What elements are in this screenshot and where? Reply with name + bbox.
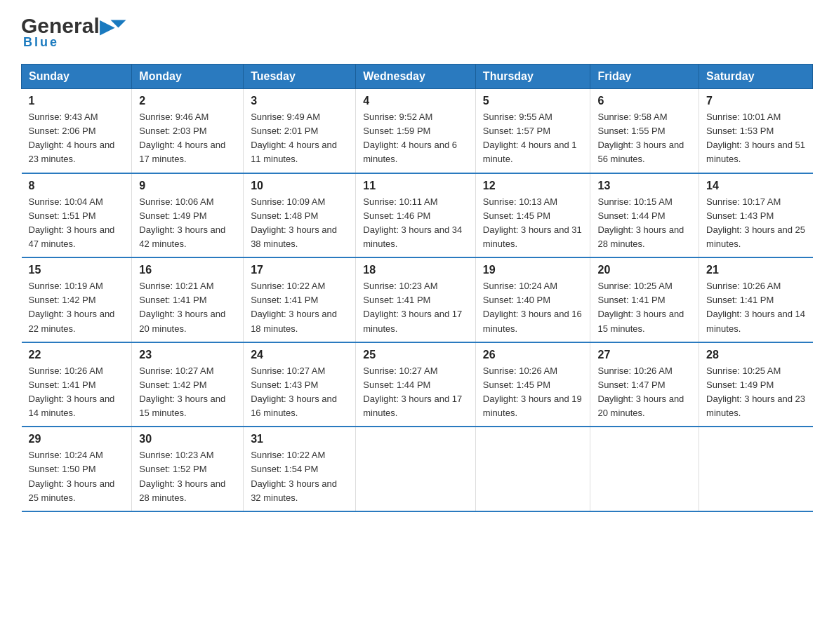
day-info: Sunrise: 10:15 AMSunset: 1:44 PMDaylight…	[597, 195, 691, 252]
day-number: 13	[597, 180, 691, 192]
logo-text: General▶	[21, 14, 114, 38]
day-number: 17	[251, 264, 348, 276]
calendar-cell: 27Sunrise: 10:26 AMSunset: 1:47 PMDaylig…	[590, 342, 699, 427]
day-number: 30	[139, 433, 236, 445]
day-info: Sunrise: 9:55 AMSunset: 1:57 PMDaylight:…	[483, 110, 583, 167]
day-number: 31	[251, 433, 348, 445]
day-number: 6	[597, 95, 691, 107]
day-info: Sunrise: 10:13 AMSunset: 1:45 PMDaylight…	[483, 195, 583, 252]
day-info: Sunrise: 10:26 AMSunset: 1:47 PMDaylight…	[597, 364, 691, 421]
day-info: Sunrise: 10:25 AMSunset: 1:49 PMDaylight…	[706, 364, 805, 421]
calendar-cell: 6Sunrise: 9:58 AMSunset: 1:55 PMDaylight…	[590, 89, 699, 173]
day-info: Sunrise: 9:46 AMSunset: 2:03 PMDaylight:…	[139, 110, 236, 167]
calendar-cell: 4Sunrise: 9:52 AMSunset: 1:59 PMDaylight…	[356, 89, 476, 173]
day-info: Sunrise: 9:52 AMSunset: 1:59 PMDaylight:…	[363, 110, 468, 167]
calendar-cell: 19Sunrise: 10:24 AMSunset: 1:40 PMDaylig…	[475, 257, 590, 342]
calendar-cell: 12Sunrise: 10:13 AMSunset: 1:45 PMDaylig…	[475, 173, 590, 258]
calendar-week-row: 15Sunrise: 10:19 AMSunset: 1:42 PMDaylig…	[22, 257, 813, 342]
day-number: 3	[251, 95, 348, 107]
calendar-cell: 25Sunrise: 10:27 AMSunset: 1:44 PMDaylig…	[356, 342, 476, 427]
calendar-cell: 11Sunrise: 10:11 AMSunset: 1:46 PMDaylig…	[356, 173, 476, 258]
weekday-header-sunday: Sunday	[22, 65, 132, 89]
day-number: 29	[29, 433, 125, 445]
weekday-header-monday: Monday	[132, 65, 244, 89]
day-info: Sunrise: 10:23 AMSunset: 1:41 PMDaylight…	[363, 279, 468, 336]
calendar-cell	[699, 427, 813, 511]
day-number: 8	[29, 180, 125, 192]
day-info: Sunrise: 10:09 AMSunset: 1:48 PMDaylight…	[251, 195, 348, 252]
calendar-week-row: 29Sunrise: 10:24 AMSunset: 1:50 PMDaylig…	[22, 427, 813, 511]
calendar-cell: 1Sunrise: 9:43 AMSunset: 2:06 PMDaylight…	[22, 89, 132, 173]
day-number: 22	[29, 349, 125, 361]
day-number: 27	[597, 349, 691, 361]
day-number: 5	[483, 95, 583, 107]
day-info: Sunrise: 9:49 AMSunset: 2:01 PMDaylight:…	[251, 110, 348, 167]
calendar-cell: 13Sunrise: 10:15 AMSunset: 1:44 PMDaylig…	[590, 173, 699, 258]
weekday-header-thursday: Thursday	[475, 65, 590, 89]
day-info: Sunrise: 10:17 AMSunset: 1:43 PMDaylight…	[706, 195, 805, 252]
day-info: Sunrise: 10:26 AMSunset: 1:41 PMDaylight…	[29, 364, 125, 421]
day-info: Sunrise: 10:25 AMSunset: 1:41 PMDaylight…	[597, 279, 691, 336]
day-info: Sunrise: 10:22 AMSunset: 1:54 PMDaylight…	[251, 448, 348, 505]
calendar-table: SundayMondayTuesdayWednesdayThursdayFrid…	[21, 64, 813, 512]
weekday-header-tuesday: Tuesday	[244, 65, 356, 89]
day-info: Sunrise: 10:21 AMSunset: 1:41 PMDaylight…	[139, 279, 236, 336]
day-number: 10	[251, 180, 348, 192]
day-info: Sunrise: 10:26 AMSunset: 1:41 PMDaylight…	[706, 279, 805, 336]
day-info: Sunrise: 10:23 AMSunset: 1:52 PMDaylight…	[139, 448, 236, 505]
day-number: 21	[706, 264, 805, 276]
day-number: 26	[483, 349, 583, 361]
day-info: Sunrise: 10:19 AMSunset: 1:42 PMDaylight…	[29, 279, 125, 336]
calendar-cell: 8Sunrise: 10:04 AMSunset: 1:51 PMDayligh…	[22, 173, 132, 258]
calendar-cell: 3Sunrise: 9:49 AMSunset: 2:01 PMDaylight…	[244, 89, 356, 173]
day-number: 4	[363, 95, 468, 107]
day-number: 25	[363, 349, 468, 361]
day-info: Sunrise: 10:01 AMSunset: 1:53 PMDaylight…	[706, 110, 805, 167]
calendar-cell: 15Sunrise: 10:19 AMSunset: 1:42 PMDaylig…	[22, 257, 132, 342]
day-info: Sunrise: 10:26 AMSunset: 1:45 PMDaylight…	[483, 364, 583, 421]
day-info: Sunrise: 10:06 AMSunset: 1:49 PMDaylight…	[139, 195, 236, 252]
calendar-cell: 29Sunrise: 10:24 AMSunset: 1:50 PMDaylig…	[22, 427, 132, 511]
logo: General▶ Blue	[21, 14, 122, 50]
page-header: General▶ Blue	[21, 14, 813, 50]
day-number: 7	[706, 95, 805, 107]
day-number: 14	[706, 180, 805, 192]
logo-arrow-icon	[110, 20, 126, 28]
calendar-cell: 30Sunrise: 10:23 AMSunset: 1:52 PMDaylig…	[132, 427, 244, 511]
calendar-cell: 22Sunrise: 10:26 AMSunset: 1:41 PMDaylig…	[22, 342, 132, 427]
day-number: 2	[139, 95, 236, 107]
weekday-header-row: SundayMondayTuesdayWednesdayThursdayFrid…	[22, 65, 813, 89]
calendar-cell: 20Sunrise: 10:25 AMSunset: 1:41 PMDaylig…	[590, 257, 699, 342]
calendar-week-row: 22Sunrise: 10:26 AMSunset: 1:41 PMDaylig…	[22, 342, 813, 427]
calendar-week-row: 1Sunrise: 9:43 AMSunset: 2:06 PMDaylight…	[22, 89, 813, 173]
calendar-cell: 26Sunrise: 10:26 AMSunset: 1:45 PMDaylig…	[475, 342, 590, 427]
day-info: Sunrise: 9:58 AMSunset: 1:55 PMDaylight:…	[597, 110, 691, 167]
day-info: Sunrise: 10:24 AMSunset: 1:50 PMDaylight…	[29, 448, 125, 505]
calendar-cell: 10Sunrise: 10:09 AMSunset: 1:48 PMDaylig…	[244, 173, 356, 258]
day-number: 18	[363, 264, 468, 276]
day-info: Sunrise: 9:43 AMSunset: 2:06 PMDaylight:…	[29, 110, 125, 167]
calendar-cell: 18Sunrise: 10:23 AMSunset: 1:41 PMDaylig…	[356, 257, 476, 342]
calendar-cell: 5Sunrise: 9:55 AMSunset: 1:57 PMDaylight…	[475, 89, 590, 173]
day-number: 9	[139, 180, 236, 192]
day-info: Sunrise: 10:11 AMSunset: 1:46 PMDaylight…	[363, 195, 468, 252]
day-info: Sunrise: 10:04 AMSunset: 1:51 PMDaylight…	[29, 195, 125, 252]
calendar-cell: 9Sunrise: 10:06 AMSunset: 1:49 PMDayligh…	[132, 173, 244, 258]
day-number: 11	[363, 180, 468, 192]
weekday-header-wednesday: Wednesday	[356, 65, 476, 89]
weekday-header-friday: Friday	[590, 65, 699, 89]
calendar-cell: 23Sunrise: 10:27 AMSunset: 1:42 PMDaylig…	[132, 342, 244, 427]
calendar-cell: 17Sunrise: 10:22 AMSunset: 1:41 PMDaylig…	[244, 257, 356, 342]
day-info: Sunrise: 10:27 AMSunset: 1:44 PMDaylight…	[363, 364, 468, 421]
day-number: 15	[29, 264, 125, 276]
day-number: 19	[483, 264, 583, 276]
day-number: 16	[139, 264, 236, 276]
calendar-cell: 24Sunrise: 10:27 AMSunset: 1:43 PMDaylig…	[244, 342, 356, 427]
day-number: 23	[139, 349, 236, 361]
day-info: Sunrise: 10:24 AMSunset: 1:40 PMDaylight…	[483, 279, 583, 336]
calendar-cell: 28Sunrise: 10:25 AMSunset: 1:49 PMDaylig…	[699, 342, 813, 427]
calendar-cell	[356, 427, 476, 511]
day-number: 28	[706, 349, 805, 361]
calendar-cell: 2Sunrise: 9:46 AMSunset: 2:03 PMDaylight…	[132, 89, 244, 173]
calendar-cell: 16Sunrise: 10:21 AMSunset: 1:41 PMDaylig…	[132, 257, 244, 342]
